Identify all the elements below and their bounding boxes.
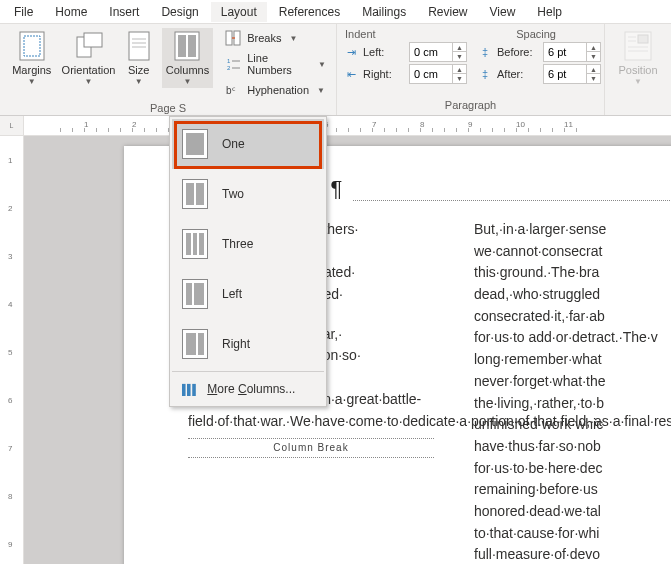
tab-help[interactable]: Help [527,2,572,22]
ruler-tab-selector[interactable]: L [0,116,24,135]
spacing-before-input[interactable] [544,43,586,61]
columns-option-two[interactable]: Two [172,169,324,219]
columns-icon [171,30,203,62]
columns-three-icon [182,229,208,259]
spin-down[interactable]: ▼ [586,52,600,61]
chevron-down-icon: ▼ [634,77,642,86]
size-label: Size [128,64,149,76]
horizontal-ruler[interactable]: L 1234567891011 [0,116,671,136]
chevron-down-icon: ▼ [135,77,143,86]
spin-up[interactable]: ▲ [452,43,466,52]
position-button: Position ▼ [611,28,665,88]
tab-file[interactable]: File [4,2,43,22]
tab-home[interactable]: Home [45,2,97,22]
spin-up[interactable]: ▲ [452,65,466,74]
spin-down[interactable]: ▼ [586,74,600,83]
group-paragraph: Indent Spacing ⇥ Left: ▲▼ ⇤ Right: ▲▼ [337,24,605,115]
columns-right-icon [182,329,208,359]
more-columns-button[interactable]: ▌▌▌ More Columns... [172,374,324,404]
indent-heading: Indent [345,28,376,40]
position-label: Position [618,64,657,76]
position-icon [622,30,654,62]
column-2[interactable]: But,·in·a·larger·sense we·cannot·consecr… [474,219,671,564]
section-break-marker: Section Break (Con [353,187,671,201]
indent-left-field[interactable]: ⇥ Left: ▲▼ [343,42,467,62]
columns-option-label: Left [222,287,242,301]
tab-layout[interactable]: Layout [211,2,267,22]
page-viewport[interactable]: rg·Address· ¶ Section Break (Con even·ye… [24,136,671,564]
chevron-down-icon: ▼ [184,77,192,86]
tab-view[interactable]: View [480,2,526,22]
tab-insert[interactable]: Insert [99,2,149,22]
indent-left-icon: ⇥ [343,46,359,59]
line-numbers-label: Line Numbers [247,52,310,76]
columns-option-left[interactable]: Left [172,269,324,319]
svg-rect-11 [226,31,232,45]
orientation-button[interactable]: Orientation ▼ [62,28,116,88]
spacing-after-input[interactable] [544,65,586,83]
tab-mailings[interactable]: Mailings [352,2,416,22]
margins-icon [16,30,48,62]
orientation-icon [73,30,105,62]
ribbon: Margins ▼ Orientation ▼ Size ▼ [0,24,671,116]
columns-option-label: Two [222,187,244,201]
spacing-before-field[interactable]: ‡ Before: ▲▼ [477,42,601,62]
columns-one-icon [182,129,208,159]
indent-right-field[interactable]: ⇤ Right: ▲▼ [343,64,467,84]
spin-up[interactable]: ▲ [586,43,600,52]
indent-left-label: Left: [363,46,405,58]
size-icon [123,30,155,62]
spin-down[interactable]: ▼ [452,74,466,83]
margins-label: Margins [12,64,51,76]
svg-text:2: 2 [227,65,231,71]
svg-text:bᶜ: bᶜ [226,85,236,96]
vertical-ruler[interactable]: 123456789 [0,136,24,564]
menu-separator [172,371,324,372]
spacing-before-label: Before: [497,46,539,58]
margins-button[interactable]: Margins ▼ [6,28,58,88]
columns-label: Columns [166,64,209,76]
line-numbers-button[interactable]: 12 Line Numbers ▼ [221,50,330,78]
pilcrow-icon: ¶ [330,176,342,202]
chevron-down-icon: ▼ [85,77,93,86]
breaks-icon [225,30,241,46]
tab-review[interactable]: Review [418,2,477,22]
group-label-paragraph: Paragraph [343,97,598,113]
columns-option-label: One [222,137,245,151]
columns-option-one[interactable]: One [172,119,324,169]
svg-rect-10 [188,35,196,57]
hyphenation-button[interactable]: bᶜ Hyphenation ▼ [221,80,330,100]
workspace: 123456789 rg·Address· ¶ Section Break (C… [0,136,671,564]
spin-down[interactable]: ▼ [452,52,466,61]
chevron-down-icon: ▼ [290,34,298,43]
breaks-button[interactable]: Breaks ▼ [221,28,330,48]
columns-option-three[interactable]: Three [172,219,324,269]
columns-button[interactable]: Columns ▼ [162,28,214,88]
spacing-heading: Spacing [516,28,556,40]
body-text[interactable]: But,·in·a·larger·sense we·cannot·consecr… [474,219,671,564]
indent-left-input[interactable] [410,43,452,61]
svg-text:1: 1 [227,58,231,64]
column-break-marker: Column Break [188,438,434,458]
svg-rect-3 [84,33,102,47]
group-page-setup: Margins ▼ Orientation ▼ Size ▼ [0,24,337,115]
orientation-label: Orientation [62,64,116,76]
svg-rect-4 [129,32,149,60]
more-columns-icon: ▌▌▌ [182,384,197,395]
tab-design[interactable]: Design [151,2,208,22]
indent-right-icon: ⇤ [343,68,359,81]
indent-right-input[interactable] [410,65,452,83]
spacing-after-field[interactable]: ‡ After: ▲▼ [477,64,601,84]
spacing-before-icon: ‡ [477,46,493,58]
spin-up[interactable]: ▲ [586,65,600,74]
tab-references[interactable]: References [269,2,350,22]
line-numbers-icon: 12 [225,56,241,72]
columns-left-icon [182,279,208,309]
columns-option-label: Three [222,237,253,251]
columns-option-right[interactable]: Right [172,319,324,369]
columns-dropdown: One Two Three Left Right ▌▌▌ More Column… [169,116,327,407]
columns-two-icon [182,179,208,209]
chevron-down-icon: ▼ [317,86,325,95]
spacing-after-label: After: [497,68,539,80]
size-button[interactable]: Size ▼ [120,28,158,88]
